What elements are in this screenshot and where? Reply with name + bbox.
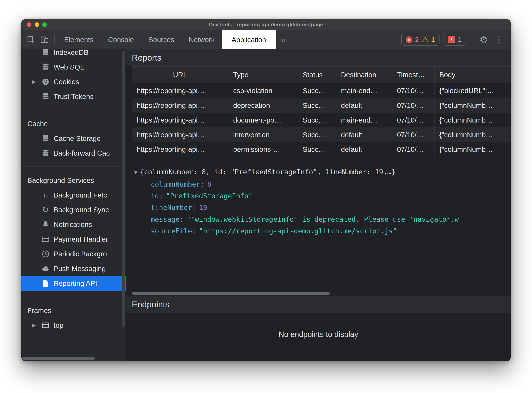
sidebar-item-cache-storage[interactable]: Cache Storage	[21, 131, 126, 146]
devtools-window: DevTools - reporting-api-demo.glitch.me/…	[21, 19, 511, 361]
sidebar-section-divider	[21, 297, 126, 297]
cell-url: https://reporting-api…	[132, 127, 228, 142]
column-header-status[interactable]: Status	[298, 67, 336, 83]
cell-timestamp: 07/10/…	[392, 142, 434, 157]
panel-tabs: Elements Console Sources Network Applica…	[57, 30, 291, 49]
property-id: id:"PrefixedStorageInfo"	[134, 190, 511, 202]
tab-elements[interactable]: Elements	[57, 30, 101, 49]
tab-console[interactable]: Console	[101, 30, 141, 49]
chevron-right-icon[interactable]: ▶	[32, 79, 36, 85]
sidebar-item-indexeddb[interactable]: IndexedDB	[21, 49, 126, 60]
toolbar-divider	[54, 35, 55, 44]
device-toolbar-button[interactable]	[39, 34, 50, 45]
frame-icon	[41, 321, 50, 330]
kebab-menu-icon[interactable]: ⋮	[493, 34, 505, 45]
property-line-number: lineNumber:19	[134, 202, 511, 213]
column-header-destination[interactable]: Destination	[336, 67, 392, 83]
sidebar-item-label: Periodic Backgro	[54, 250, 107, 258]
report-row-deprecation[interactable]: https://reporting-api… deprecation Succ……	[132, 98, 511, 113]
issues-badge[interactable]: ! 1	[444, 34, 466, 45]
tab-network[interactable]: Network	[181, 30, 222, 49]
bell-icon	[41, 220, 50, 229]
sidebar-item-payment-handler[interactable]: Payment Handler	[21, 232, 126, 246]
cell-status: Succ…	[298, 127, 336, 142]
cloud-icon	[41, 264, 50, 273]
tab-sources[interactable]: Sources	[141, 30, 181, 49]
cell-body: {"columnNumb…	[434, 113, 511, 127]
toolbar-left-icons	[21, 30, 52, 49]
report-row-intervention[interactable]: https://reporting-api… intervention Succ…	[132, 127, 511, 142]
devtools-content: IndexedDB Web SQL ▶ Cookies Trust Tokens…	[21, 49, 511, 361]
column-header-type[interactable]: Type	[228, 67, 298, 83]
minimize-button[interactable]	[35, 22, 39, 27]
sidebar-item-back-forward-cache[interactable]: Back-forward Cac	[21, 146, 126, 160]
database-icon	[41, 49, 50, 57]
sidebar-scroll-area: IndexedDB Web SQL ▶ Cookies Trust Tokens…	[21, 49, 126, 361]
sidebar-item-cookies[interactable]: ▶ Cookies	[21, 74, 126, 89]
report-row-document-policy[interactable]: https://reporting-api… document-po… Succ…	[132, 113, 511, 127]
titlebar: DevTools - reporting-api-demo.glitch.me/…	[21, 19, 511, 30]
sidebar-item-label: Background Fetc	[54, 191, 107, 199]
sidebar-item-label: IndexedDB	[54, 49, 88, 56]
sidebar-item-trust-tokens[interactable]: Trust Tokens	[21, 89, 126, 104]
database-icon	[41, 92, 50, 101]
sidebar-item-web-sql[interactable]: Web SQL	[21, 60, 126, 74]
report-body-preview: ▼{columnNumber: 8, id: "PrefixedStorageI…	[126, 157, 511, 237]
sidebar-item-label: Back-forward Cac	[54, 149, 110, 157]
sidebar-item-background-fetch[interactable]: ↑↓ Background Fetc	[21, 188, 126, 202]
column-header-body[interactable]: Body	[434, 67, 511, 83]
sidebar-vertical-scrollbar[interactable]	[122, 51, 125, 327]
toolbar-right: × 2 ⚠ 1 ! 1 ⚙ ⋮	[401, 30, 511, 49]
reports-table-header: URL Type Status Destination Timest… Body	[132, 66, 511, 83]
cell-destination: default	[336, 98, 392, 113]
tab-application[interactable]: Application	[222, 30, 276, 49]
chevron-right-icon[interactable]: ▶	[32, 322, 36, 328]
cell-url: https://reporting-api…	[132, 113, 228, 127]
console-summary-badge[interactable]: × 2 ⚠ 1	[401, 34, 439, 45]
application-sidebar: IndexedDB Web SQL ▶ Cookies Trust Tokens…	[21, 49, 126, 361]
report-row-csp-violation[interactable]: https://reporting-api… csp-violation Suc…	[132, 83, 511, 98]
cell-body: {"columnNumb…	[434, 127, 511, 142]
sidebar-section-divider	[21, 167, 126, 167]
inspect-element-button[interactable]	[25, 34, 37, 45]
cell-destination: main-end…	[336, 83, 392, 98]
cell-type: csp-violation	[228, 83, 298, 98]
sidebar-section-divider	[21, 110, 126, 110]
sidebar-item-reporting-api[interactable]: Reporting API	[21, 276, 126, 291]
column-header-url[interactable]: URL	[132, 67, 228, 83]
sidebar-item-label: top	[54, 321, 63, 329]
property-column-number: columnNumber:8	[134, 178, 511, 190]
main-spacer	[126, 237, 511, 291]
zoom-button[interactable]	[42, 22, 47, 27]
cell-type: deprecation	[228, 98, 298, 113]
settings-gear-icon[interactable]: ⚙	[478, 34, 489, 45]
cell-status: Succ…	[298, 83, 336, 98]
object-preview-line[interactable]: ▼{columnNumber: 8, id: "PrefixedStorageI…	[134, 166, 511, 178]
sidebar-item-background-sync[interactable]: ↻ Background Sync	[21, 202, 126, 217]
cell-destination: default	[336, 142, 392, 157]
sidebar-item-top-frame[interactable]: ▶ top	[21, 318, 126, 333]
cell-destination: main-end…	[336, 113, 392, 127]
reports-title: Reports	[132, 53, 161, 63]
sidebar-item-push-messaging[interactable]: Push Messaging	[21, 261, 126, 276]
issues-icon: !	[448, 36, 455, 43]
sidebar-item-notifications[interactable]: Notifications	[21, 217, 126, 232]
cell-url: https://reporting-api…	[132, 142, 228, 157]
cell-url: https://reporting-api…	[132, 83, 228, 98]
horizontal-scrollbar[interactable]	[132, 291, 509, 295]
more-tabs-button[interactable]: »	[276, 30, 291, 49]
issues-count: 1	[458, 36, 462, 44]
cell-timestamp: 07/10/…	[392, 83, 434, 98]
chevron-down-icon[interactable]: ▼	[134, 169, 137, 176]
cell-timestamp: 07/10/…	[392, 98, 434, 113]
reporting-api-panel: Reports URL Type Status Destination Time…	[126, 49, 511, 361]
sidebar-item-periodic-background-sync[interactable]: Periodic Backgro	[21, 246, 126, 261]
close-button[interactable]	[27, 22, 31, 27]
sidebar-horizontal-scrollbar[interactable]	[22, 357, 95, 360]
report-row-permissions-policy[interactable]: https://reporting-api… permissions-… Suc…	[132, 142, 511, 157]
cookie-icon	[41, 77, 50, 86]
scrollbar-thumb[interactable]	[132, 292, 330, 295]
column-header-timestamp[interactable]: Timest…	[392, 67, 434, 83]
sidebar-section-cache: Cache	[21, 116, 126, 131]
cell-type: intervention	[228, 127, 298, 142]
